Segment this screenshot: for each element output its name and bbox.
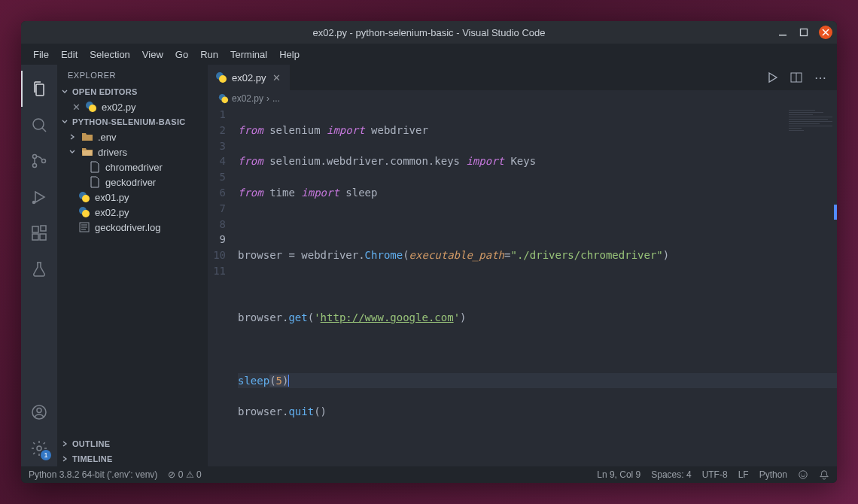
tree-file-ex01[interactable]: ex01.py: [57, 190, 208, 205]
tab-label: ex02.py: [232, 72, 266, 83]
menu-bar: File Edit Selection View Go Run Terminal…: [21, 44, 837, 65]
status-interpreter[interactable]: Python 3.8.2 64-bit ('.env': venv): [29, 469, 157, 480]
python-file-icon: [218, 93, 229, 104]
svg-point-6: [33, 202, 35, 204]
svg-rect-0: [779, 35, 786, 36]
menu-edit[interactable]: Edit: [55, 47, 84, 62]
breadcrumb[interactable]: ex02.py › ...: [208, 90, 837, 107]
minimize-icon[interactable]: [777, 26, 789, 38]
line-gutter: 1234567891011: [208, 107, 238, 466]
svg-point-15: [89, 105, 96, 112]
folder-open-icon: [81, 146, 93, 158]
status-spaces[interactable]: Spaces: 4: [651, 469, 691, 480]
svg-point-3: [33, 155, 37, 159]
close-editor-icon[interactable]: ✕: [72, 102, 81, 113]
accounts-icon[interactable]: [21, 394, 57, 430]
tree-file-log[interactable]: geckodriver.log: [57, 220, 208, 235]
code-editor[interactable]: 1234567891011 from selenium import webdr…: [208, 107, 837, 466]
window-controls: [777, 21, 832, 44]
log-file-icon: [78, 221, 90, 233]
split-editor-icon[interactable]: [790, 71, 802, 83]
python-file-icon: [215, 71, 227, 83]
svg-point-13: [37, 446, 41, 451]
activity-bar: 1: [21, 65, 57, 466]
svg-point-17: [82, 195, 90, 202]
python-file-icon: [78, 206, 90, 218]
file-icon: [89, 161, 101, 173]
menu-run[interactable]: Run: [194, 47, 224, 62]
status-feedback-icon[interactable]: [798, 469, 808, 480]
tab-bar: ex02.py ✕ ⋯: [208, 65, 837, 90]
run-debug-icon[interactable]: [21, 179, 57, 215]
menu-help[interactable]: Help: [273, 47, 306, 62]
status-bell-icon[interactable]: [819, 469, 829, 480]
svg-point-12: [37, 408, 41, 413]
search-icon[interactable]: [21, 107, 57, 143]
svg-point-27: [799, 471, 808, 479]
editor-actions: ⋯: [756, 65, 837, 90]
vscode-window: ex02.py - python-selenium-basic - Visual…: [21, 21, 837, 483]
tab-close-icon[interactable]: ✕: [271, 71, 282, 85]
section-outline[interactable]: OUTLINE: [57, 436, 208, 451]
python-file-icon: [85, 101, 97, 113]
source-control-icon[interactable]: [21, 143, 57, 179]
open-editor-item[interactable]: ✕ ex02.py: [57, 99, 208, 114]
settings-icon[interactable]: 1: [21, 430, 57, 466]
main-body: 1 EXPLORER OPEN EDITORS ✕ ex02.py PYTHON…: [21, 65, 837, 466]
python-file-icon: [78, 191, 90, 203]
minimap[interactable]: [784, 107, 837, 466]
editor-group: ex02.py ✕ ⋯ ex02.py › ... 1234567891011: [208, 65, 837, 466]
svg-point-19: [82, 210, 90, 217]
menu-go[interactable]: Go: [169, 47, 194, 62]
svg-point-22: [219, 75, 227, 83]
status-problems[interactable]: ⊘ 0 ⚠ 0: [168, 469, 201, 480]
open-editor-label: ex02.py: [102, 102, 136, 113]
sidebar-panel: EXPLORER OPEN EDITORS ✕ ex02.py PYTHON-S…: [57, 65, 208, 466]
file-icon: [89, 176, 101, 188]
sidebar-header: EXPLORER: [57, 65, 208, 84]
svg-point-5: [42, 159, 46, 163]
folder-icon: [81, 131, 93, 143]
svg-rect-8: [32, 234, 38, 240]
maximize-icon[interactable]: [798, 26, 810, 38]
close-icon[interactable]: [819, 26, 832, 39]
svg-point-4: [33, 164, 37, 168]
svg-rect-7: [32, 226, 38, 232]
tree-file-chromedriver[interactable]: chromedriver: [57, 159, 208, 175]
menu-terminal[interactable]: Terminal: [224, 47, 273, 62]
window-title: ex02.py - python-selenium-basic - Visual…: [312, 27, 545, 38]
test-icon[interactable]: [21, 251, 57, 287]
svg-rect-9: [40, 234, 46, 240]
run-icon[interactable]: [766, 71, 778, 83]
svg-point-26: [221, 96, 228, 103]
status-language[interactable]: Python: [759, 469, 787, 480]
menu-selection[interactable]: Selection: [84, 47, 135, 62]
settings-badge: 1: [41, 450, 51, 460]
more-actions-icon[interactable]: ⋯: [814, 71, 826, 85]
overview-ruler-mark: [834, 205, 837, 220]
code-content[interactable]: from selenium import webdriver from sele…: [238, 107, 837, 466]
extensions-icon[interactable]: [21, 215, 57, 251]
tree-folder-drivers[interactable]: drivers: [57, 144, 208, 159]
menu-view[interactable]: View: [136, 47, 169, 62]
menu-file[interactable]: File: [27, 47, 55, 62]
explorer-icon[interactable]: [21, 71, 57, 107]
status-lncol[interactable]: Ln 9, Col 9: [597, 469, 640, 480]
status-eol[interactable]: LF: [738, 469, 749, 480]
svg-point-2: [33, 119, 44, 129]
section-open-editors[interactable]: OPEN EDITORS: [57, 84, 208, 99]
titlebar: ex02.py - python-selenium-basic - Visual…: [21, 21, 837, 44]
svg-rect-10: [41, 226, 46, 231]
section-timeline[interactable]: TIMELINE: [57, 451, 208, 466]
tab-ex02[interactable]: ex02.py ✕: [208, 65, 290, 90]
tree-folder-env[interactable]: .env: [57, 129, 208, 144]
status-encoding[interactable]: UTF-8: [702, 469, 728, 480]
tree-file-geckodriver[interactable]: geckodriver: [57, 175, 208, 190]
tree-file-ex02[interactable]: ex02.py: [57, 205, 208, 220]
section-project[interactable]: PYTHON-SELENIUM-BASIC: [57, 114, 208, 129]
status-bar: Python 3.8.2 64-bit ('.env': venv) ⊘ 0 ⚠…: [21, 466, 837, 483]
svg-rect-1: [801, 29, 808, 36]
